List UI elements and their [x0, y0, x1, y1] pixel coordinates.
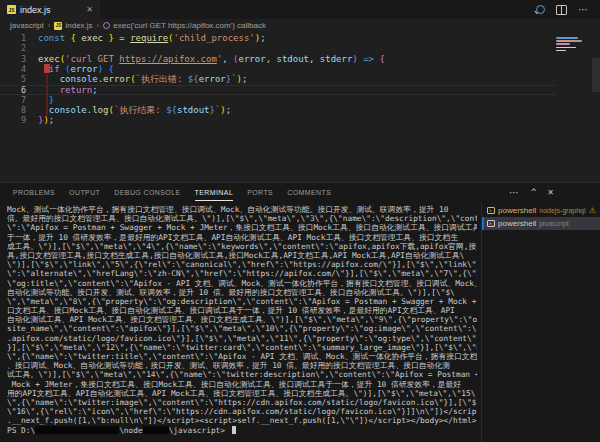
terminal-list-item-javascript[interactable]: >_powershelljavascript — [482, 217, 600, 230]
terminal-list-item-nodejs-graphql[interactable]: >_powershellnodejs-graphql⚠ — [482, 204, 600, 217]
terminal-line: 倍。最好用的接口文档管理工具、接口自动化测试工具。\")],[\"$\",\"m… — [7, 214, 477, 223]
panel-more-icon[interactable]: ⋯ — [509, 189, 520, 197]
prompt-mid: \node — [119, 426, 142, 435]
terminal-line: 于一体，提升 10 倍研发效率，是最好用的API文档工具、API自动化测试工具、… — [7, 233, 477, 242]
terminal-line: \"16\",{\"rel\":\"icon\",\"href\":\"http… — [7, 407, 477, 416]
code-line-6[interactable]: 6 return; — [0, 85, 600, 95]
tab-indexjs[interactable]: JS index.js ✕ — [0, 0, 100, 19]
panel-tab-output[interactable]: OUTPUT — [69, 184, 100, 201]
panel-header: PROBLEMSOUTPUTDEBUG CONSOLETERMINALPORTS… — [0, 183, 600, 202]
terminal-line: \",{\"name\":\"twitter:image\",\"content… — [7, 398, 477, 407]
line-number: 4 — [0, 64, 26, 74]
terminal-line: 成工具。\")],[\"$\",\"meta\",\"4\",{\"name\"… — [7, 242, 477, 251]
terminal-name: powershell — [498, 206, 536, 215]
terminal-line: .apifox.com/static/logo/favicon.ico\"}],… — [7, 334, 477, 343]
code-text: console.log(`执行结果: ${stdout}`); — [38, 105, 231, 115]
line-number: 7 — [0, 95, 26, 105]
terminal-line: \",\"meta\",\"8\",{\"property\":\"og:des… — [7, 297, 477, 306]
bottom-panel: PROBLEMSOUTPUTDEBUG CONSOLETERMINALPORTS… — [0, 182, 600, 442]
line-number: 3 — [0, 54, 26, 64]
terminal-line: 口文档工具、接口Mock工具、接口自动化测试工具、接口调试工具于一体，提升 10… — [7, 306, 477, 315]
code-text: }); — [38, 115, 54, 125]
terminal-line: Mock、测试一体化协作平台，拥有接口文档管理、接口调试、Mock、自动化测试等… — [7, 205, 477, 214]
terminal-description: nodejs-graphql — [539, 207, 585, 214]
line-number: 1 — [0, 33, 26, 43]
terminal-line: 用的API文档工具、API自动化测试工具、API Mock工具、接口文档管理工具… — [7, 389, 477, 398]
code-line-1[interactable]: 1const { exec } = require('child_process… — [0, 33, 600, 43]
terminal-line: 、接口调试、Mock、自动化测试等功能，接口开发、测试、联调效率，提升 10 倍… — [7, 361, 477, 370]
breadcrumb-label: index.js — [65, 21, 92, 30]
breadcrumb-item[interactable]: javascript — [10, 21, 44, 30]
terminal-line: \":\"Apifox = Postman + Swagger + Mock +… — [7, 223, 477, 232]
panel-tab-debug-console[interactable]: DEBUG CONSOLE — [114, 184, 180, 201]
panel-body: Mock、测试一体化协作平台，拥有接口文档管理、接口调试、Mock、自动化测试等… — [0, 202, 600, 442]
maximize-panel-icon[interactable]: ^ — [531, 188, 536, 197]
tab-close-icon[interactable]: ✕ — [86, 5, 93, 14]
code-line-2[interactable]: 2 — [0, 43, 600, 53]
terminal-line: \",{\"name\":\"twitter:title\",\"content… — [7, 352, 477, 361]
breadcrumb-label: exec('curl GET https://apifox.com') call… — [113, 21, 266, 30]
javascript-file-icon: JS — [7, 5, 16, 14]
terminal-line: Mock + JMeter，集接口文档工具、接口Mock工具、接口自动化测试工具… — [7, 380, 477, 389]
minimap[interactable] — [556, 37, 582, 53]
code-line-8[interactable]: 8 console.log(`执行结果: ${stdout}`); — [0, 105, 600, 115]
editor-scrollbar[interactable] — [592, 58, 600, 92]
code-line-7[interactable]: 7 } — [0, 95, 600, 105]
terminal-icon: >_ — [487, 220, 495, 227]
code-text: } — [38, 95, 54, 105]
prompt-prefix: PS D:\ — [7, 426, 35, 435]
terminal-line: 具,接口文档管理工具,接口文档生成工具,接口自动化测试工具,接口Mock工具,A… — [7, 251, 477, 260]
panel-tab-terminal[interactable]: TERMINAL — [195, 184, 234, 201]
terminal-icon: >_ — [487, 207, 495, 214]
terminal-tabs-list: >_powershellnodejs-graphql⚠>_powershellj… — [481, 202, 600, 442]
terminal-name: powershell — [498, 219, 536, 228]
code-text: exec('curl GET https://apifox.com', (err… — [38, 54, 385, 64]
warning-icon: ⚠ — [589, 206, 596, 215]
code-line-4[interactable]: 4 if (error) { — [0, 64, 600, 74]
breadcrumb: javascript›JSindex.js›exec('curl GET htt… — [0, 19, 600, 32]
redaction-box — [143, 426, 169, 434]
breadcrumb-item[interactable]: JSindex.js — [54, 21, 92, 30]
breadcrumb-separator: › — [97, 21, 100, 30]
code-text: const { exec } = require('child_process'… — [38, 33, 266, 43]
terminal-line: \":\"alternate\",\"hrefLang\":\"zh-CN\",… — [7, 269, 477, 278]
code-line-5[interactable]: 5 console.error(`执行出错: ${error}`); — [0, 74, 600, 84]
terminal-line: }],[\"$\",\"meta\",\"12\",{\"name\":\"tw… — [7, 343, 477, 352]
terminal-line: site_name\",\"content\":\"apifox\"}],[\"… — [7, 324, 477, 333]
code-text: return; — [38, 85, 98, 95]
prompt-suffix: \javascript> — [169, 426, 230, 435]
vscode-window: JS index.js ✕ ⋯ javascript›JSindex.js›ex… — [0, 0, 600, 442]
line-number: 5 — [0, 74, 26, 84]
tab-label: index.js — [20, 5, 51, 15]
terminal-line: .__next_f.push([1,\"b:null\n\"])</script… — [7, 416, 477, 425]
javascript-file-icon: JS — [54, 22, 62, 30]
more-actions-icon[interactable]: ⋯ — [578, 6, 589, 14]
terminal-line: 试工具。\")],[\"$\",\"meta\",\"14\",{\"name\… — [7, 370, 477, 379]
split-editor-icon[interactable] — [556, 5, 567, 15]
terminal-prompt[interactable]: PS D:\\node\javascript> — [7, 426, 481, 435]
line-number: 6 — [0, 85, 26, 95]
close-panel-icon[interactable]: ✕ — [547, 188, 554, 197]
breadcrumb-label: javascript — [10, 21, 44, 30]
redaction-box — [35, 426, 119, 434]
code-text: console.error(`执行出错: ${error}`); — [38, 74, 247, 84]
search-icon[interactable] — [536, 5, 545, 14]
editor-actions: ⋯ — [536, 0, 600, 19]
line-number: 2 — [0, 43, 26, 53]
terminal-output[interactable]: Mock、测试一体化协作平台，拥有接口文档管理、接口调试、Mock、自动化测试等… — [0, 202, 481, 442]
terminal-line: \"og:title\",\"content\":\"Apifox - API … — [7, 279, 477, 288]
code-text: if (error) { — [38, 64, 114, 74]
panel-tab-problems[interactable]: PROBLEMS — [13, 184, 55, 201]
line-number: 8 — [0, 105, 26, 115]
terminal-line: 自动化测试工具、API Mock工具、接口文档管理工具、接口文档生成工具。\")… — [7, 315, 477, 324]
code-editor[interactable]: 1const { exec } = require('child_process… — [0, 32, 600, 182]
editor-tab-bar: JS index.js ✕ ⋯ — [0, 0, 600, 19]
terminal-line: \")],[\"$\",\"link\",\"5\",{\"rel\":\"ca… — [7, 260, 477, 269]
symbol-method-icon — [103, 22, 110, 29]
breadcrumb-item[interactable]: exec('curl GET https://apifox.com') call… — [103, 21, 266, 30]
terminal-cursor — [232, 426, 237, 435]
panel-tab-comments[interactable]: COMMENTS — [287, 184, 331, 201]
panel-tab-ports[interactable]: PORTS — [247, 184, 273, 201]
code-line-3[interactable]: 3exec('curl GET https://apifox.com', (er… — [0, 54, 600, 64]
code-line-9[interactable]: 9}); — [0, 115, 600, 125]
